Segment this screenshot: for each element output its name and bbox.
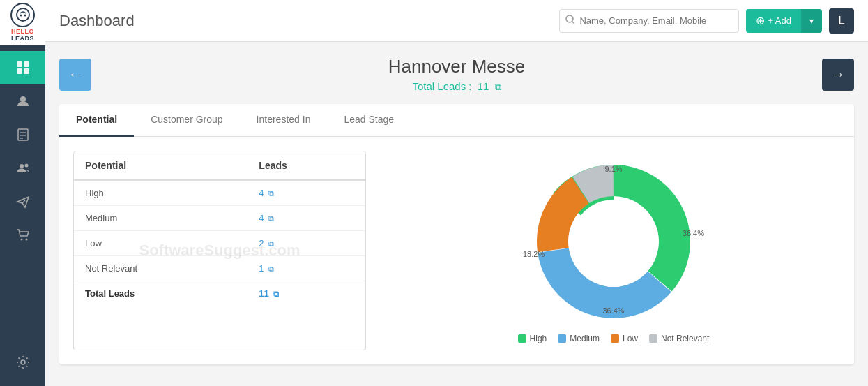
chart-label-top-right: 9.1% (604, 165, 622, 173)
svg-point-7 (20, 96, 26, 102)
external-icon-low: ⧉ (268, 239, 274, 248)
tab-lead-stage[interactable]: Lead Stage (327, 104, 411, 137)
sidebar-item-contacts[interactable] (0, 84, 45, 118)
external-link-icon[interactable]: ⧉ (495, 82, 501, 92)
legend-label-not-relevant: Not Relevant (661, 334, 709, 343)
tabs-container: Potential Customer Group Interested In L… (59, 104, 854, 364)
add-dropdown-button[interactable]: ▾ (801, 9, 822, 33)
medium-leads-link[interactable]: 4 (259, 213, 264, 223)
table-row: High 4 ⧉ (74, 180, 365, 206)
tab-interested-in[interactable]: Interested In (240, 104, 328, 137)
svg-rect-4 (24, 61, 29, 67)
legend-dot-low (611, 334, 619, 343)
legend-dot-not-relevant (649, 334, 657, 343)
legend-label-high: High (530, 334, 547, 343)
tab-customer-group[interactable]: Customer Group (134, 104, 239, 137)
search-bar (559, 9, 739, 33)
external-icon-not-relevant: ⧉ (268, 265, 274, 273)
add-icon: ⊕ (756, 14, 765, 27)
sidebar-logo: HELLOLEADS (0, 0, 45, 45)
sidebar-item-settings[interactable] (0, 346, 45, 379)
row-label-medium: Medium (74, 206, 248, 231)
main-content: Dashboard ⊕ + Add ▾ L ← Hannover Messe (45, 0, 868, 386)
legend-item-not-relevant: Not Relevant (649, 334, 709, 343)
legend-dot-high (518, 334, 526, 343)
row-value-not-relevant: 1 ⧉ (248, 256, 365, 281)
legend-item-medium: Medium (558, 334, 600, 343)
svg-point-16 (25, 239, 27, 241)
user-avatar[interactable]: L (829, 8, 854, 34)
legend-dot-medium (558, 334, 566, 343)
tabs-header: Potential Customer Group Interested In L… (59, 104, 854, 137)
event-header: ← Hannover Messe Total Leads : 11 ⧉ → (59, 56, 854, 93)
chevron-right-icon: → (831, 66, 845, 82)
potential-table: SoftwareSuggest.com Potential Leads High (73, 151, 366, 350)
row-label-high: High (74, 180, 248, 206)
legend-item-low: Low (611, 334, 638, 343)
svg-point-12 (20, 164, 24, 168)
donut-chart: 9.1% 36.4% 36.4% 18.2% (530, 158, 697, 325)
svg-line-14 (22, 200, 25, 203)
table-row: Low 2 ⧉ (74, 231, 365, 256)
svg-point-18 (566, 15, 573, 22)
chart-label-right: 36.4% (683, 229, 704, 237)
total-leads-link[interactable]: 11 (259, 288, 268, 299)
svg-point-13 (24, 164, 28, 168)
event-title: Hannover Messe (59, 56, 854, 77)
high-leads-link[interactable]: 4 (259, 188, 264, 198)
sidebar-item-reports[interactable] (0, 118, 45, 151)
logo-text: HELLOLEADS (11, 29, 34, 43)
col-leads-header: Leads (248, 151, 365, 180)
sidebar-item-cart[interactable] (0, 218, 45, 252)
svg-rect-8 (18, 129, 28, 140)
legend-item-high: High (518, 334, 547, 343)
search-input[interactable] (579, 15, 733, 26)
chart-legend: High Medium Low Not Relevant (518, 334, 710, 343)
svg-rect-5 (17, 68, 22, 74)
svg-rect-6 (24, 68, 29, 74)
sidebar-item-dashboard[interactable] (0, 51, 45, 84)
chart-label-bottom: 36.4% (602, 306, 624, 315)
add-button-label: + Add (768, 15, 791, 26)
tab-content: SoftwareSuggest.com Potential Leads High (59, 137, 854, 364)
row-label-low: Low (74, 231, 248, 256)
row-label-not-relevant: Not Relevant (74, 256, 248, 281)
svg-line-19 (572, 22, 574, 24)
total-value: 11 ⧉ (248, 281, 365, 306)
low-leads-link[interactable]: 2 (259, 238, 264, 248)
chart-label-left: 18.2% (523, 250, 545, 258)
event-subtitle: Total Leads : 11 ⧉ (59, 80, 854, 93)
legend-label-low: Low (623, 334, 638, 343)
header: Dashboard ⊕ + Add ▾ L (45, 0, 868, 42)
total-leads-count: 11 (478, 80, 489, 92)
external-icon-medium: ⧉ (268, 214, 274, 223)
row-value-low: 2 ⧉ (248, 231, 365, 256)
total-leads-label: Total Leads : (412, 80, 471, 92)
logo-icon (10, 3, 35, 27)
sidebar-item-send[interactable] (0, 185, 45, 218)
not-relevant-leads-link[interactable]: 1 (259, 263, 264, 274)
legend-label-medium: Medium (570, 334, 600, 343)
next-event-button[interactable]: → (822, 59, 854, 91)
svg-point-2 (24, 15, 26, 17)
row-value-medium: 4 ⧉ (248, 206, 365, 231)
sidebar-item-users[interactable] (0, 151, 45, 185)
table-row: Not Relevant 1 ⧉ (74, 256, 365, 281)
chart-area: 9.1% 36.4% 36.4% 18.2% High Medium (387, 151, 840, 350)
chevron-left-icon: ← (68, 66, 82, 82)
total-label: Total Leads (74, 281, 248, 306)
svg-point-17 (21, 360, 25, 364)
external-icon-high: ⧉ (268, 189, 274, 198)
data-table: Potential Leads High 4 ⧉ (74, 151, 365, 306)
page-title: Dashboard (59, 12, 559, 30)
add-button[interactable]: ⊕ + Add (746, 9, 801, 33)
search-icon (565, 15, 575, 27)
svg-rect-3 (17, 61, 22, 67)
svg-point-15 (20, 239, 22, 241)
table-row: Medium 4 ⧉ (74, 206, 365, 231)
tab-potential[interactable]: Potential (59, 104, 134, 137)
sidebar: HELLOLEADS (0, 0, 45, 386)
sidebar-nav (0, 45, 45, 386)
row-value-high: 4 ⧉ (248, 180, 365, 206)
prev-event-button[interactable]: ← (59, 59, 91, 91)
